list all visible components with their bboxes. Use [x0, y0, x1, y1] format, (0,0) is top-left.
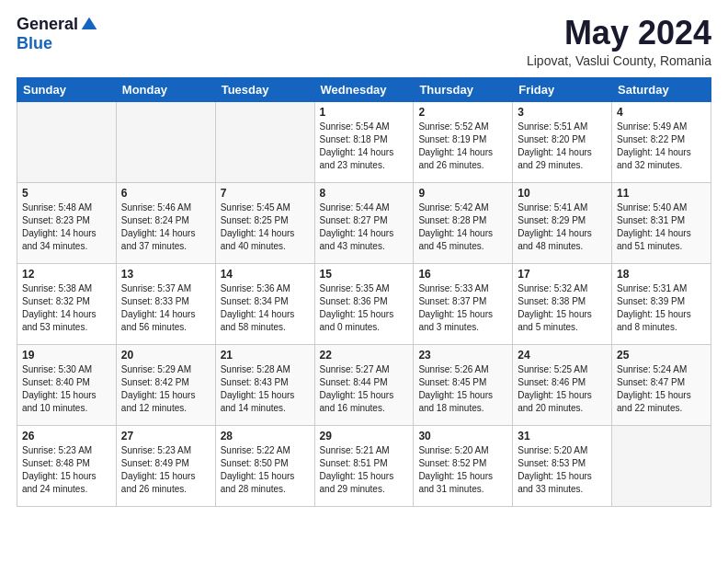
- day-number: 16: [418, 268, 507, 281]
- day-number: 26: [22, 430, 111, 442]
- calendar-cell: 5Sunrise: 5:48 AM Sunset: 8:23 PM Daylig…: [17, 182, 117, 263]
- day-info: Sunrise: 5:48 AM Sunset: 8:23 PM Dayligh…: [22, 201, 111, 253]
- calendar-cell: 30Sunrise: 5:20 AM Sunset: 8:52 PM Dayli…: [414, 425, 513, 506]
- calendar-header-sunday: Sunday: [17, 77, 117, 101]
- calendar-cell: 24Sunrise: 5:25 AM Sunset: 8:46 PM Dayli…: [513, 344, 612, 425]
- calendar-cell: 29Sunrise: 5:21 AM Sunset: 8:51 PM Dayli…: [314, 425, 414, 506]
- day-number: 7: [221, 187, 310, 200]
- day-number: 6: [121, 187, 210, 200]
- calendar-cell: 23Sunrise: 5:26 AM Sunset: 8:45 PM Dayli…: [414, 344, 513, 425]
- day-number: 31: [518, 430, 607, 442]
- day-number: 9: [418, 187, 507, 200]
- day-number: 21: [221, 349, 310, 362]
- day-info: Sunrise: 5:46 AM Sunset: 8:24 PM Dayligh…: [121, 201, 210, 253]
- day-info: Sunrise: 5:24 AM Sunset: 8:47 PM Dayligh…: [617, 363, 706, 415]
- logo-general: General: [17, 15, 78, 34]
- day-number: 4: [617, 106, 706, 119]
- day-info: Sunrise: 5:27 AM Sunset: 8:44 PM Dayligh…: [320, 363, 409, 415]
- calendar-cell: 10Sunrise: 5:41 AM Sunset: 8:29 PM Dayli…: [513, 182, 612, 263]
- logo: General Blue: [17, 15, 98, 53]
- subtitle: Lipovat, Vaslui County, Romania: [527, 53, 711, 68]
- calendar-cell: 16Sunrise: 5:33 AM Sunset: 8:37 PM Dayli…: [414, 263, 513, 344]
- main-title: May 2024: [527, 15, 711, 52]
- day-info: Sunrise: 5:23 AM Sunset: 8:49 PM Dayligh…: [121, 444, 210, 496]
- day-number: 5: [22, 187, 111, 200]
- day-number: 11: [617, 187, 706, 200]
- day-info: Sunrise: 5:22 AM Sunset: 8:50 PM Dayligh…: [221, 444, 310, 496]
- calendar-cell: 28Sunrise: 5:22 AM Sunset: 8:50 PM Dayli…: [215, 425, 314, 506]
- calendar: SundayMondayTuesdayWednesdayThursdayFrid…: [17, 77, 711, 507]
- calendar-header-thursday: Thursday: [414, 77, 513, 101]
- day-info: Sunrise: 5:49 AM Sunset: 8:22 PM Dayligh…: [617, 121, 706, 172]
- day-number: 24: [518, 349, 607, 362]
- calendar-cell: 25Sunrise: 5:24 AM Sunset: 8:47 PM Dayli…: [612, 344, 711, 425]
- day-info: Sunrise: 5:25 AM Sunset: 8:46 PM Dayligh…: [518, 363, 607, 415]
- day-number: 20: [121, 349, 210, 362]
- day-info: Sunrise: 5:32 AM Sunset: 8:38 PM Dayligh…: [518, 282, 607, 334]
- day-info: Sunrise: 5:20 AM Sunset: 8:53 PM Dayligh…: [518, 444, 607, 496]
- day-info: Sunrise: 5:36 AM Sunset: 8:34 PM Dayligh…: [221, 282, 310, 334]
- day-number: 22: [320, 349, 409, 362]
- logo-blue: Blue: [17, 34, 52, 53]
- day-info: Sunrise: 5:41 AM Sunset: 8:29 PM Dayligh…: [518, 201, 607, 253]
- day-number: 1: [320, 106, 409, 119]
- day-info: Sunrise: 5:23 AM Sunset: 8:48 PM Dayligh…: [22, 444, 111, 496]
- calendar-cell: 20Sunrise: 5:29 AM Sunset: 8:42 PM Dayli…: [116, 344, 215, 425]
- calendar-cell: 19Sunrise: 5:30 AM Sunset: 8:40 PM Dayli…: [17, 344, 117, 425]
- logo-icon: [80, 16, 98, 34]
- calendar-header-row: SundayMondayTuesdayWednesdayThursdayFrid…: [17, 77, 711, 101]
- svg-marker-0: [82, 17, 97, 29]
- page: General Blue May 2024 Lipovat, Vaslui Co…: [0, 0, 728, 516]
- day-info: Sunrise: 5:40 AM Sunset: 8:31 PM Dayligh…: [617, 201, 706, 253]
- calendar-cell: 31Sunrise: 5:20 AM Sunset: 8:53 PM Dayli…: [513, 425, 612, 506]
- day-info: Sunrise: 5:42 AM Sunset: 8:28 PM Dayligh…: [418, 201, 507, 253]
- header: General Blue May 2024 Lipovat, Vaslui Co…: [17, 15, 711, 68]
- calendar-cell: 1Sunrise: 5:54 AM Sunset: 8:18 PM Daylig…: [314, 101, 414, 182]
- day-info: Sunrise: 5:26 AM Sunset: 8:45 PM Dayligh…: [418, 363, 507, 415]
- calendar-cell: 4Sunrise: 5:49 AM Sunset: 8:22 PM Daylig…: [612, 101, 711, 182]
- day-info: Sunrise: 5:28 AM Sunset: 8:43 PM Dayligh…: [221, 363, 310, 415]
- calendar-cell: 17Sunrise: 5:32 AM Sunset: 8:38 PM Dayli…: [513, 263, 612, 344]
- calendar-cell: 15Sunrise: 5:35 AM Sunset: 8:36 PM Dayli…: [314, 263, 414, 344]
- calendar-week-1: 5Sunrise: 5:48 AM Sunset: 8:23 PM Daylig…: [17, 182, 711, 263]
- calendar-cell: 9Sunrise: 5:42 AM Sunset: 8:28 PM Daylig…: [414, 182, 513, 263]
- day-number: 10: [518, 187, 607, 200]
- day-info: Sunrise: 5:33 AM Sunset: 8:37 PM Dayligh…: [418, 282, 507, 334]
- calendar-cell: [116, 101, 215, 182]
- day-number: 13: [121, 268, 210, 281]
- calendar-header-saturday: Saturday: [612, 77, 711, 101]
- day-info: Sunrise: 5:38 AM Sunset: 8:32 PM Dayligh…: [22, 282, 111, 334]
- day-number: 15: [320, 268, 409, 281]
- calendar-cell: [215, 101, 314, 182]
- calendar-header-monday: Monday: [116, 77, 215, 101]
- calendar-cell: 2Sunrise: 5:52 AM Sunset: 8:19 PM Daylig…: [414, 101, 513, 182]
- calendar-cell: 14Sunrise: 5:36 AM Sunset: 8:34 PM Dayli…: [215, 263, 314, 344]
- logo-text: General: [17, 15, 98, 34]
- day-number: 28: [221, 430, 310, 442]
- calendar-cell: 11Sunrise: 5:40 AM Sunset: 8:31 PM Dayli…: [612, 182, 711, 263]
- calendar-cell: 7Sunrise: 5:45 AM Sunset: 8:25 PM Daylig…: [215, 182, 314, 263]
- day-number: 12: [22, 268, 111, 281]
- day-number: 25: [617, 349, 706, 362]
- day-number: 8: [320, 187, 409, 200]
- day-info: Sunrise: 5:51 AM Sunset: 8:20 PM Dayligh…: [518, 121, 607, 172]
- day-info: Sunrise: 5:37 AM Sunset: 8:33 PM Dayligh…: [121, 282, 210, 334]
- calendar-cell: 27Sunrise: 5:23 AM Sunset: 8:49 PM Dayli…: [116, 425, 215, 506]
- calendar-cell: 22Sunrise: 5:27 AM Sunset: 8:44 PM Dayli…: [314, 344, 414, 425]
- calendar-week-3: 19Sunrise: 5:30 AM Sunset: 8:40 PM Dayli…: [17, 344, 711, 425]
- day-number: 2: [418, 106, 507, 119]
- day-info: Sunrise: 5:52 AM Sunset: 8:19 PM Dayligh…: [418, 121, 507, 172]
- calendar-cell: 6Sunrise: 5:46 AM Sunset: 8:24 PM Daylig…: [116, 182, 215, 263]
- day-number: 14: [221, 268, 310, 281]
- day-info: Sunrise: 5:44 AM Sunset: 8:27 PM Dayligh…: [320, 201, 409, 253]
- calendar-week-0: 1Sunrise: 5:54 AM Sunset: 8:18 PM Daylig…: [17, 101, 711, 182]
- day-number: 30: [418, 430, 507, 442]
- day-info: Sunrise: 5:29 AM Sunset: 8:42 PM Dayligh…: [121, 363, 210, 415]
- day-info: Sunrise: 5:54 AM Sunset: 8:18 PM Dayligh…: [320, 121, 409, 172]
- calendar-header-friday: Friday: [513, 77, 612, 101]
- day-number: 29: [320, 430, 409, 442]
- calendar-week-4: 26Sunrise: 5:23 AM Sunset: 8:48 PM Dayli…: [17, 425, 711, 506]
- day-number: 23: [418, 349, 507, 362]
- day-info: Sunrise: 5:30 AM Sunset: 8:40 PM Dayligh…: [22, 363, 111, 415]
- calendar-cell: 26Sunrise: 5:23 AM Sunset: 8:48 PM Dayli…: [17, 425, 117, 506]
